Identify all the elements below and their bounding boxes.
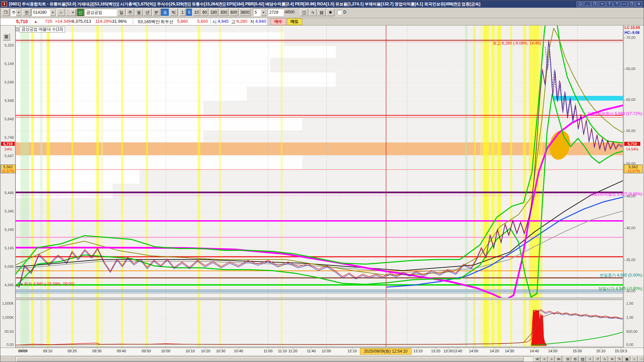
wave-tool-icon[interactable]: ∿ <box>601 356 608 362</box>
tick-count-dropdown[interactable]: 5▼ <box>253 9 267 16</box>
help-icon[interactable]: ? <box>613 1 620 7</box>
hscrollbar-thumb[interactable] <box>16 357 524 361</box>
copy-window-icon[interactable]: ❐ <box>591 1 598 7</box>
interval-button-5[interactable]: 5 <box>186 9 192 16</box>
prev-stock-button[interactable]: 전 <box>23 9 31 16</box>
time-tick-mark <box>48 348 48 349</box>
nav-button-3[interactable]: ≫ <box>555 356 562 362</box>
time-tick-mark <box>621 348 621 349</box>
time-tick-09:50: 09:50 <box>142 349 151 353</box>
period-button-년[interactable]: 년 <box>144 9 152 16</box>
price-chart-canvas[interactable] <box>0 0 644 362</box>
chart-hscrollbar[interactable] <box>15 356 533 362</box>
sound-icon[interactable]: ◅▼ <box>66 9 76 16</box>
pattern-fill-icon[interactable]: ▨ <box>579 356 586 362</box>
left-axis-label: 4,945 <box>4 283 14 287</box>
zoom-tool-icon[interactable]: ⌕ <box>631 356 638 362</box>
crosshair-tool-icon[interactable]: ⌖ <box>587 356 593 362</box>
left-axis-label: 5,748 <box>4 135 14 139</box>
interval-button-300[interactable]: 300 <box>219 9 228 16</box>
best-label: 최우선 <box>160 19 173 25</box>
period-button-틱[interactable]: 틱 <box>170 9 178 16</box>
time-tick-mark <box>206 348 206 349</box>
time-tick-mark <box>509 348 510 349</box>
time-tick-mark <box>72 348 72 349</box>
stock-code-dropdown-arrow-icon[interactable]: ▼ <box>50 9 56 16</box>
nav-button-0[interactable]: ≪ <box>534 356 541 362</box>
time-tick-14:50: 14:50 <box>548 349 557 353</box>
time-tick-10:40: 10:40 <box>234 349 243 353</box>
chart-annotation-4: 당일시가 4,945 (-0.80%) <box>598 286 642 292</box>
new-listing-badge: 신 <box>77 9 84 16</box>
close-icon[interactable]: ✕ <box>636 1 642 7</box>
interval-button-180[interactable]: 180 <box>209 9 218 16</box>
app-icon: 1 <box>2 1 7 7</box>
d-checkbox[interactable] <box>337 10 341 14</box>
nav-button-2[interactable]: > <box>548 356 555 362</box>
quote-bar-filler <box>267 18 644 25</box>
search-icon[interactable]: ⌕ <box>57 9 65 16</box>
popout-icon[interactable]: ❏ <box>577 1 583 7</box>
restore-icon[interactable]: ❐ <box>628 1 635 7</box>
stock-code-input[interactable]: 014280▼ <box>32 9 56 16</box>
nav-button-1[interactable]: < <box>541 356 548 362</box>
candle-settings-icon[interactable]: ◫ <box>300 9 308 16</box>
ref-price-left: 5,562 <box>1 165 15 169</box>
frequency-dropdown-arrow-icon[interactable]: ▼ <box>16 9 21 16</box>
sound-dropdown-arrow-icon[interactable]: ▼ <box>70 9 76 16</box>
turnover: 31.96% <box>112 19 127 24</box>
title-bar: 1 [0601] 주식종합차트 - 유통비율[52.0] 거래대금[53,165… <box>0 0 644 8</box>
volume-axis-label-right: 0,00 <box>626 343 633 347</box>
buy-button[interactable]: 매수 <box>271 18 286 25</box>
pin-icon[interactable]: ⌖ <box>599 1 605 7</box>
tick-count-arrow-icon[interactable]: ▼ <box>261 9 266 16</box>
frequency-dropdown[interactable]: 주▼ <box>10 9 22 16</box>
line-type-icon[interactable]: ∿ <box>309 9 317 16</box>
indicator-handle[interactable] <box>15 27 19 31</box>
grid-toggle-icon[interactable]: ▦ <box>3 33 10 41</box>
current-pct-left: .54% <box>1 147 15 151</box>
window-title: [0601] 주식종합차트 - 유통비율[52.0] 거래대금[53,165(백… <box>9 1 576 7</box>
interval-button-600[interactable]: 600 <box>229 9 238 16</box>
left-axis-label: 5,647 <box>4 154 14 158</box>
bar-count-input[interactable]: 2729 <box>268 9 284 16</box>
multiline-tool-icon[interactable]: ≋ <box>609 356 615 362</box>
stock-name-field[interactable]: 금강공업 <box>85 9 117 16</box>
quote-bar: 5,710 ▲ 725 +14.54% 9,375,013 114.29% 31… <box>0 18 644 25</box>
interval-button-60[interactable]: 60 <box>201 9 208 16</box>
time-tick-14:40: 14:40 <box>530 349 539 353</box>
indicator-label[interactable]: 금강공업 매물대 수(13) <box>19 26 65 33</box>
time-tick-13:20: 13:20 <box>431 349 440 353</box>
chart-annotation-1: 피봇2차저항선 5,868 (17.72%) <box>587 111 642 117</box>
volume-axis-label-left: 1,500K <box>2 301 14 305</box>
save-chart-icon[interactable]: ▤ <box>318 9 326 16</box>
interval-button-1[interactable]: 1 <box>179 9 185 16</box>
sell-button[interactable]: 매도 <box>287 18 302 25</box>
zoom-out-icon[interactable]: − <box>638 356 644 362</box>
time-tick-mark <box>418 348 418 349</box>
open-price: 4,945 <box>218 19 229 24</box>
shade-icon[interactable]: _ <box>584 1 591 7</box>
right-axis-label: 65,00 <box>626 67 636 71</box>
period-button-월[interactable]: 월 <box>135 9 143 16</box>
time-tick-09/09: 09/09 <box>18 349 28 353</box>
new-window-icon[interactable]: ⊞ <box>565 356 571 362</box>
period-button-일[interactable]: 일 <box>117 9 125 16</box>
window-nav-icon[interactable]: ❒ <box>2 9 9 16</box>
chart-settings-icon[interactable]: ✱ <box>326 9 334 16</box>
right-axis-label: 70,00 <box>626 36 636 40</box>
period-button-분[interactable]: 분 <box>152 9 160 16</box>
duplicate-chart-icon[interactable]: ⧉ <box>572 356 579 362</box>
time-tick-11:00: 11:00 <box>264 349 273 353</box>
minimize-icon[interactable]: — <box>621 1 628 7</box>
interval-button-10[interactable]: 10 <box>193 9 200 16</box>
topmost-icon[interactable]: T <box>606 1 613 7</box>
right-axis-label: 55,00 <box>626 129 636 133</box>
volume-axis-label-left: 0,00 <box>7 343 14 347</box>
trendline-tool-icon[interactable]: ↗ <box>594 356 601 362</box>
chart-image-icon[interactable]: ▣ <box>624 356 630 362</box>
interval-button-3600[interactable]: 3600 <box>239 9 251 16</box>
period-button-초[interactable]: 초 <box>161 9 169 16</box>
period-button-주[interactable]: 주 <box>126 9 134 16</box>
annotate-tool-icon[interactable]: ✎ <box>616 356 623 362</box>
